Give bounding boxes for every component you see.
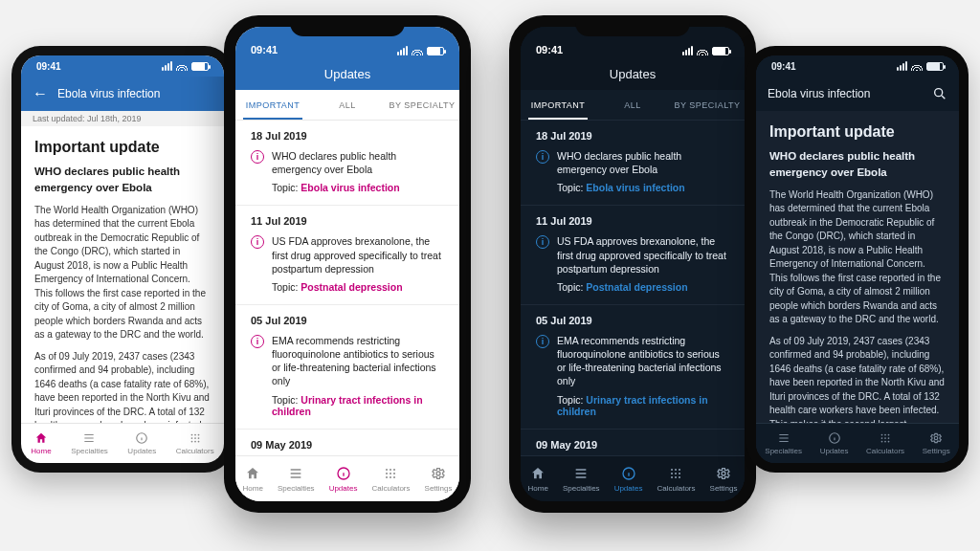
dark-updates-device: 09:41 Updates IMPORTANT ALL BY SPECIALTY <box>509 15 756 513</box>
info-badge-icon: i <box>251 150 264 164</box>
svg-point-8 <box>194 441 196 443</box>
update-topic: Topic: Ebola virus infection <box>557 182 729 193</box>
topic-link[interactable]: Ebola virus infection <box>301 182 399 193</box>
update-text: WHO declares public health emergency ove… <box>272 149 444 176</box>
svg-point-40 <box>881 441 883 443</box>
svg-point-13 <box>393 469 395 471</box>
bottom-nav: Home Specialties Updates Calculators Set… <box>521 455 745 501</box>
list-icon <box>573 466 589 481</box>
update-item[interactable]: 05 Jul 2019 iEMA recommends restricting … <box>235 305 459 430</box>
svg-point-19 <box>393 476 395 478</box>
info-icon <box>828 431 841 445</box>
updates-feed[interactable]: 18 Jul 2019 iWHO declares public health … <box>235 121 459 455</box>
update-text: EMA recommends restricting fluoroquinolo… <box>272 334 444 388</box>
update-item[interactable]: 18 Jul 2019 iWHO declares public health … <box>235 121 459 206</box>
svg-point-42 <box>888 441 890 443</box>
search-icon[interactable] <box>932 86 947 101</box>
update-item[interactable]: 18 Jul 2019 iWHO declares public health … <box>521 121 745 206</box>
bottom-nav: Specialties Updates Calculators Settings <box>756 423 959 463</box>
article-header-title: Ebola virus infection <box>57 87 160 100</box>
update-text: US FDA approves brexanolone, the first d… <box>272 234 444 276</box>
updates-title: Updates <box>324 67 370 81</box>
updates-header: Updates <box>521 57 745 90</box>
gear-icon <box>716 466 731 481</box>
svg-point-3 <box>197 434 199 436</box>
update-item[interactable]: 11 Jul 2019 iUS FDA approves brexanolone… <box>521 206 745 305</box>
nav-calculators[interactable]: Calculators <box>866 431 904 455</box>
update-item[interactable]: 09 May 2019 iEMA recommends withdrawal o… <box>235 430 459 455</box>
signal-icon <box>897 61 907 71</box>
update-date: 18 Jul 2019 <box>536 130 729 142</box>
update-topic: Topic: Urinary tract infections in child… <box>272 394 444 417</box>
nav-specialties[interactable]: Specialties <box>71 431 108 455</box>
svg-point-37 <box>881 437 883 439</box>
home-icon <box>34 431 48 445</box>
nav-home[interactable]: Home <box>31 431 51 455</box>
topic-link[interactable]: Ebola virus infection <box>586 182 684 193</box>
gear-icon <box>929 431 943 445</box>
nav-calculators-label: Calculators <box>176 447 214 455</box>
svg-point-6 <box>197 437 199 439</box>
gear-icon <box>431 466 446 481</box>
segment-important[interactable]: IMPORTANT <box>235 90 310 120</box>
update-topic: Topic: Ebola virus infection <box>272 182 444 193</box>
nav-home[interactable]: Home <box>243 466 263 493</box>
nav-settings[interactable]: Settings <box>710 466 738 493</box>
article-p1: The World Health Organization (WHO) has … <box>769 188 946 327</box>
signal-icon <box>397 46 408 55</box>
grid-icon <box>189 431 202 445</box>
segment-important[interactable]: IMPORTANT <box>521 90 595 120</box>
nav-home[interactable]: Home <box>528 466 548 493</box>
topic-link[interactable]: Postnatal depression <box>301 281 402 293</box>
segment-all[interactable]: ALL <box>595 90 670 120</box>
update-date: 09 May 2019 <box>251 439 444 451</box>
nav-updates[interactable]: Updates <box>820 431 849 455</box>
bottom-nav: Home Specialties Updates Calculators Set… <box>235 455 459 501</box>
svg-point-20 <box>436 472 440 475</box>
update-item[interactable]: 11 Jul 2019 iUS FDA approves brexanolone… <box>235 206 459 305</box>
info-badge-icon: i <box>251 235 264 249</box>
svg-point-34 <box>881 434 883 436</box>
nav-specialties[interactable]: Specialties <box>278 466 315 493</box>
last-updated-label: Last updated: Jul 18th, 2019 <box>21 111 224 126</box>
topic-link[interactable]: Postnatal depression <box>586 281 687 293</box>
info-badge-icon: i <box>536 235 549 249</box>
svg-point-17 <box>386 476 388 478</box>
segment-by-specialty[interactable]: BY SPECIALTY <box>670 90 745 120</box>
light-theme-group: 09:41 ← Ebola virus infection Last updat… <box>11 8 471 543</box>
update-item[interactable]: 05 Jul 2019 iEMA recommends restricting … <box>521 305 745 430</box>
svg-point-43 <box>934 436 938 440</box>
nav-settings[interactable]: Settings <box>923 431 950 455</box>
nav-settings[interactable]: Settings <box>425 466 453 493</box>
segment-all[interactable]: ALL <box>310 90 385 120</box>
svg-point-5 <box>194 437 196 439</box>
nav-specialties-label: Specialties <box>71 447 108 455</box>
update-item[interactable]: 09 May 2019 iEMA recommends withdrawal o… <box>521 430 745 455</box>
updates-header: Updates <box>235 57 459 90</box>
svg-point-12 <box>390 469 391 471</box>
info-badge-icon: i <box>536 150 549 164</box>
wifi-icon <box>176 62 188 71</box>
home-icon <box>530 466 546 481</box>
article-p2: As of 09 July 2019, 2437 cases (2343 con… <box>34 350 211 423</box>
update-text: WHO declares public health emergency ove… <box>557 149 729 176</box>
nav-updates[interactable]: Updates <box>614 466 643 493</box>
svg-point-2 <box>194 434 196 436</box>
nav-updates[interactable]: Updates <box>127 431 156 455</box>
grid-icon <box>879 431 892 445</box>
segment-by-specialty[interactable]: BY SPECIALTY <box>385 90 459 120</box>
updates-feed[interactable]: 18 Jul 2019 iWHO declares public health … <box>521 121 745 455</box>
nav-calculators[interactable]: Calculators <box>657 466 695 493</box>
back-arrow-icon[interactable]: ← <box>33 85 48 102</box>
phone-notch <box>575 15 690 36</box>
update-date: 09 May 2019 <box>536 439 729 451</box>
nav-calculators[interactable]: Calculators <box>371 466 410 493</box>
nav-updates[interactable]: Updates <box>329 466 358 493</box>
article-header: ← Ebola virus infection <box>21 77 224 111</box>
home-icon <box>245 466 260 481</box>
update-text: EMA recommends restricting fluoroquinolo… <box>557 334 729 388</box>
nav-specialties[interactable]: Specialties <box>765 431 802 455</box>
article-h1: Important update <box>769 121 946 143</box>
nav-specialties[interactable]: Specialties <box>563 466 600 493</box>
nav-calculators[interactable]: Calculators <box>176 431 214 455</box>
